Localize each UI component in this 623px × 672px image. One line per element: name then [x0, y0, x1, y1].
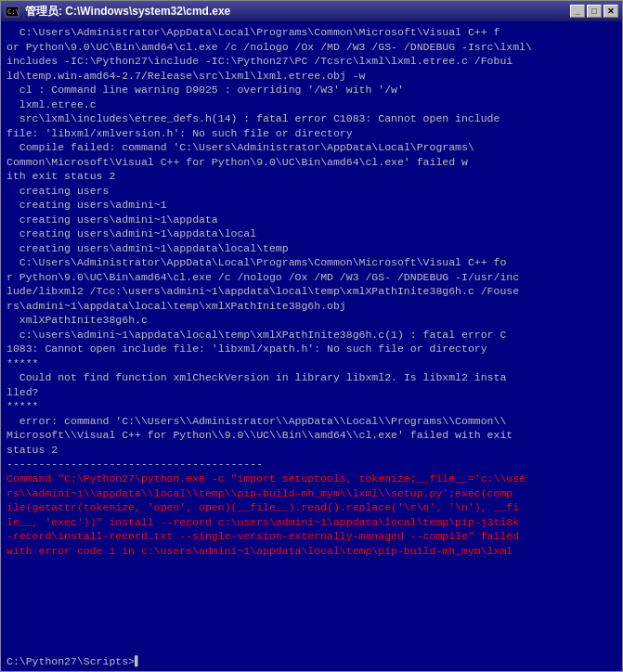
console-error-line: with error code 1 in c:\users\admini~1\a… — [6, 544, 617, 559]
maximize-button[interactable]: □ — [587, 5, 602, 18]
console-line: rs\admini~1\appdata\local\temp\xmlXPathI… — [6, 299, 617, 314]
command-prompt[interactable]: C:\Python27\Scripts>▌ — [1, 653, 622, 671]
console-line: C:\Users\Administrator\AppData\Local\Pro… — [6, 255, 617, 270]
console-line: ld\temp.win-amd64-2.7/Release\src\lxml\l… — [6, 69, 617, 84]
console-line: Microsoft\\Visual C++ for Python\\9.0\\U… — [6, 428, 617, 443]
console-line: lled? — [6, 385, 617, 400]
console-line: Could not find function xmlCheckVersion … — [6, 370, 617, 385]
console-line: ***** — [6, 399, 617, 414]
console-line: creating users — [6, 184, 617, 199]
console-error-line: ile(getattr(tokenize, 'open', open)(__fi… — [6, 500, 617, 515]
console-line: Common\Microsoft\Visual C++ for Python\9… — [6, 155, 617, 170]
console-error-line: rs\\admini~1\\appdata\\local\\temp\\pip-… — [6, 486, 617, 501]
console-line: creating users\admini~1 — [6, 198, 617, 213]
console-line: status 2 — [6, 443, 617, 458]
console-line: xmlXPathInite38g6h.c — [6, 313, 617, 328]
cursor: ▌ — [135, 655, 141, 667]
console-line: or Python\9.0\UC\Bin\amd64\cl.exe /c /no… — [6, 40, 617, 55]
prompt-text: C:\Python27\Scripts> — [6, 655, 135, 667]
window-icon: C:\ — [5, 4, 19, 19]
console-line: error: command 'C:\\Users\\Administrator… — [6, 414, 617, 429]
console-line: ---------------------------------------- — [6, 457, 617, 472]
console-line: file: 'libxml/xmlversion.h': No such fil… — [6, 126, 617, 141]
minimize-button[interactable]: _ — [570, 5, 585, 18]
console-line: ith exit status 2 — [6, 169, 617, 184]
console-line: includes -IC:\Python27\include -IC:\Pyth… — [6, 54, 617, 69]
svg-text:C:\: C:\ — [7, 8, 19, 16]
console-line: creating users\admini~1\appdata — [6, 213, 617, 227]
close-button[interactable]: ✕ — [604, 5, 618, 18]
console-error-line: Command "C:\Python27\python.exe -c "impo… — [6, 472, 617, 486]
cmd-window: C:\ 管理员: C:\Windows\system32\cmd.exe _ □… — [0, 0, 623, 672]
console-line: src\lxml\includes\etree_defs.h(14) : fat… — [6, 111, 617, 126]
console-line: cl : Command line warning D9025 : overri… — [6, 83, 617, 97]
console-line: lxml.etree.c — [6, 97, 617, 112]
console-line: ***** — [6, 356, 617, 371]
window-controls: _ □ ✕ — [570, 5, 618, 18]
console-line: r Python\9.0\UC\Bin\amd64\cl.exe /c /nol… — [6, 270, 617, 285]
console-error-line: le__, 'exec'))" install --record c:\user… — [6, 515, 617, 530]
console-error-line: -record\install-record.txt --single-vers… — [6, 529, 617, 544]
console-output[interactable]: C:\Users\Administrator\AppData\Local\Pro… — [1, 21, 622, 653]
console-line: lude/libxml2 /Tcc:\users\admini~1\appdat… — [6, 284, 617, 299]
console-line: 1083: Cannot open include file: 'libxml/… — [6, 342, 617, 356]
window-title: 管理员: C:\Windows\system32\cmd.exe — [25, 4, 570, 19]
console-line: C:\Users\Administrator\AppData\Local\Pro… — [6, 25, 617, 40]
console-line: creating users\admini~1\appdata\local\te… — [6, 241, 617, 256]
console-line: Compile failed: command 'C:\Users\Admini… — [6, 140, 617, 155]
title-bar: C:\ 管理员: C:\Windows\system32\cmd.exe _ □… — [1, 1, 622, 21]
console-line: c:\users\admini~1\appdata\local\temp\xml… — [6, 328, 617, 342]
console-line: creating users\admini~1\appdata\local — [6, 226, 617, 241]
